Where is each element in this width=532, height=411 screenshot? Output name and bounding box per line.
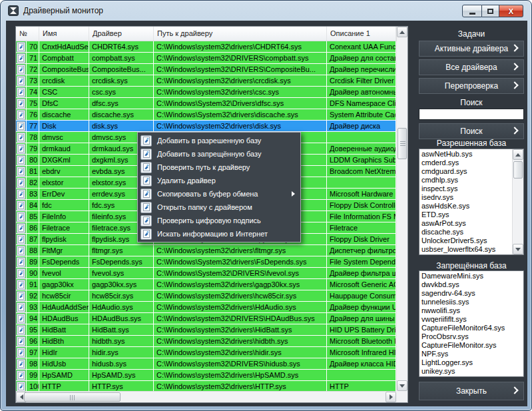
scroll-up-button[interactable] (397, 27, 407, 37)
table-row[interactable]: 100HTTPHTTP.sysC:\Windows\system32\drive… (16, 381, 396, 391)
scroll-right-button[interactable] (386, 392, 396, 402)
driver-file-icon (143, 230, 150, 238)
column-header[interactable]: Путь к драйверу (154, 27, 327, 41)
list-item[interactable]: DamewareMini.sys (421, 272, 523, 280)
driver-file-icon (18, 338, 24, 345)
list-item[interactable]: CaptureFileMonitor64.sys (421, 324, 523, 332)
allowed-db-list[interactable]: aswNetHub.syscmderd.syscmdguard.syscmdhl… (419, 149, 524, 255)
driver-file-icon (140, 228, 152, 240)
driver-file-icon (18, 270, 24, 277)
search-button[interactable]: Поиск (419, 123, 524, 139)
row-icon-cell (16, 87, 27, 98)
search-input[interactable] (419, 109, 524, 120)
context-menu-item[interactable]: Проверить путь к драйверу (138, 161, 300, 174)
hourglass-icon (9, 7, 17, 15)
list-item[interactable]: ETD.sys (421, 210, 511, 219)
table-row[interactable]: 92hcw85cirhcw85cir.sysC:\Windows\system3… (16, 290, 396, 302)
table-row[interactable]: 71Compbattcompbatt.sysC:\Windows\system3… (16, 53, 396, 64)
table-row[interactable]: 70CnxtHdAudSe...CHDRT64.sysC:\Windows\sy… (16, 41, 396, 53)
table-horizontal-scrollbar[interactable] (16, 391, 396, 402)
list-item[interactable]: unikey.sys (421, 367, 523, 376)
driver-file-icon (18, 123, 24, 130)
table-row[interactable]: 96HidBthhidbth.sysC:\Windows\system32\dr… (16, 336, 396, 347)
table-row[interactable]: 97HidIrhidir.sysC:\Windows\system32\driv… (16, 347, 396, 358)
menu-item-label: Добавить в запрещённую базу (157, 150, 262, 158)
column-header[interactable]: № (16, 27, 39, 41)
list-item[interactable]: tunnelesiis.sys (421, 298, 523, 306)
context-menu-item[interactable]: Удалить драйвер (138, 174, 300, 187)
row-number: 82 (27, 177, 39, 189)
column-header[interactable]: Драйвер (89, 27, 154, 41)
table-row[interactable]: 72CompositeBusCompositeBus...C:\Windows\… (16, 64, 396, 75)
active-drivers-button[interactable]: Активные драйвера (419, 41, 524, 57)
row-icon-cell (16, 211, 27, 222)
table-row[interactable]: 73crcdiskcrcdisk.sysC:\Windows\system32\… (16, 75, 396, 87)
list-item[interactable]: cmdguard.sys (421, 167, 511, 176)
list-item[interactable]: discache.sys (421, 228, 511, 236)
table-row[interactable]: 95HidBattHidBatt.sysC:\Windows\system32\… (16, 324, 396, 336)
list-item[interactable]: aswNetHub.sys (421, 150, 511, 159)
allowed-list-scrollbar[interactable] (512, 149, 523, 254)
list-item[interactable]: inspect.sys (421, 185, 511, 193)
driver-file-icon (17, 87, 25, 97)
driver-file-icon (17, 110, 25, 120)
list-item[interactable]: NPF.sys (421, 350, 523, 358)
table-row[interactable]: 93HdAudAddSer...HdAudio.sysC:\Windows\sy… (16, 302, 396, 313)
banned-db-list[interactable]: DamewareMini.sysdwvkbd.syssagendrv-64.sy… (419, 270, 524, 377)
vertical-scroll-thumb[interactable] (398, 128, 407, 159)
close-window-button[interactable]: X (499, 5, 523, 17)
list-item[interactable]: ProcObsrv.sys (421, 332, 523, 341)
driver-file-icon (17, 302, 25, 312)
list-item[interactable]: aswArPot.sys (421, 219, 511, 228)
context-menu-item[interactable]: Добавить в запрещённую базу (138, 147, 300, 161)
driver-name: flpydisk (39, 234, 89, 245)
scroll-down-button[interactable] (513, 244, 523, 254)
list-item[interactable]: usbser_lowerfltx64.sys (421, 245, 511, 254)
table-row[interactable]: 91gagp30kxgagp30kx.sysC:\Windows\system3… (16, 279, 396, 290)
title-bar[interactable]: Драйверный монитор X (1, 1, 531, 21)
context-menu-item[interactable]: Искать информацию в Интернет (138, 227, 300, 240)
context-menu-item[interactable]: Открыть папку с драйвером (138, 201, 300, 214)
list-item[interactable]: nwwolifi.sys (421, 306, 523, 315)
vertical-scroll-thumb[interactable] (513, 161, 523, 179)
list-item[interactable]: UnlockerDriver5.sys (421, 236, 511, 245)
row-icon-cell (16, 234, 27, 245)
table-row[interactable]: 76discachediscache.sysC:\Windows\System3… (16, 109, 396, 121)
table-row[interactable]: 94HDAudBusHDAudBus.sysC:\Windows\system3… (16, 313, 396, 324)
list-item[interactable]: cmderd.sys (421, 159, 511, 167)
list-item[interactable]: dwvkbd.sys (421, 280, 523, 289)
arrow-up-icon (399, 31, 405, 34)
list-item[interactable]: cmdhlp.sys (421, 176, 511, 185)
driver-path: C:\Windows\System32\drivers\discache.sys (154, 109, 327, 121)
scroll-up-button[interactable] (513, 149, 523, 160)
list-item[interactable]: LightLogger.sys (421, 358, 523, 367)
recheck-button[interactable]: Перепроверка (419, 78, 524, 94)
table-row[interactable]: 98HidUsbhidusb.sysC:\Windows\system32\DR… (16, 358, 396, 370)
table-vertical-scrollbar[interactable] (396, 27, 407, 391)
context-menu-item[interactable]: Проверить цифровую подпись (138, 214, 300, 227)
table-row[interactable]: 74CSCcsc.sysC:\Windows\system32\drivers\… (16, 87, 396, 98)
all-drivers-button[interactable]: Все драйвера (419, 59, 524, 75)
maximize-button[interactable] (482, 5, 499, 17)
table-row[interactable]: 88FltMgrfltmgr.sysC:\Windows\system32\dr… (16, 245, 396, 256)
table-row[interactable]: 99HpSAMDHpSAMD.sysC:\Windows\system32\dr… (16, 370, 396, 381)
horizontal-scroll-thumb[interactable] (24, 392, 121, 402)
table-header: №ИмяДрайверПуть к драйверуОписание 1 (16, 27, 396, 41)
table-row[interactable]: 89FsDependsFsDepends.sysC:\Windows\Syste… (16, 256, 396, 268)
table-row[interactable]: 75DfsCdfsc.sysC:\Windows\System32\Driver… (16, 98, 396, 109)
close-app-button[interactable]: Закрыть (419, 382, 524, 400)
list-item[interactable]: isedrv.sys (421, 193, 511, 202)
column-header[interactable]: Описание 1 (327, 27, 396, 41)
scroll-down-button[interactable] (397, 380, 407, 391)
list-item[interactable]: aswHdsKe.sys (421, 202, 511, 210)
table-row[interactable]: 77Diskdisk.sysC:\Windows\system32\driver… (16, 121, 396, 132)
context-menu-item[interactable]: Добавить в разрешенную базу (138, 134, 300, 147)
row-number: 99 (27, 370, 39, 381)
table-row[interactable]: 90fvevolfvevol.sysC:\Windows\System32\DR… (16, 268, 396, 279)
list-item[interactable]: sagendrv-64.sys (421, 289, 523, 298)
context-menu-item[interactable]: Скопировать в буфер обмена (138, 187, 300, 201)
column-header[interactable]: Имя (39, 27, 89, 41)
list-item[interactable]: CaptureFileMonitor.sys (421, 341, 523, 350)
minimize-button[interactable] (462, 5, 482, 17)
list-item[interactable]: vwqeriififlt.sys (421, 315, 523, 324)
